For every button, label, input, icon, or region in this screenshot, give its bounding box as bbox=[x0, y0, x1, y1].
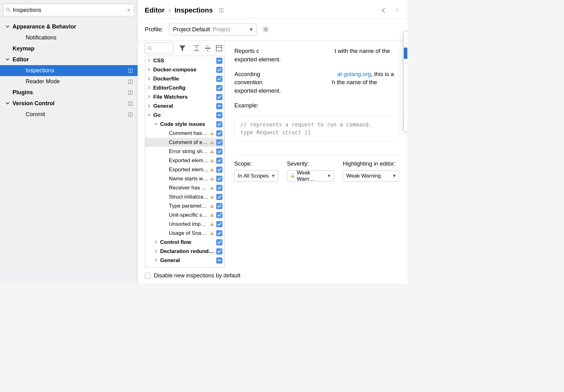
inspection-item[interactable]: General bbox=[145, 101, 224, 111]
inspection-item[interactable]: Receiver has a generic name bbox=[145, 183, 224, 192]
inspection-label: Usage of Snake_Case bbox=[169, 230, 209, 236]
inspection-item[interactable]: CSS bbox=[145, 56, 224, 65]
inspection-checkbox[interactable] bbox=[216, 239, 222, 245]
chevron-right-icon bbox=[148, 95, 151, 99]
severity-select[interactable]: Weak Warn…▾ bbox=[287, 170, 334, 182]
inspection-item[interactable]: EditorConfig bbox=[145, 83, 224, 92]
inspection-item[interactable]: File Watchers bbox=[145, 92, 224, 101]
menu-item-add-description[interactable]: Add Description... bbox=[404, 70, 407, 81]
code-example: // represents a request to run a command… bbox=[234, 116, 399, 142]
sidebar-item-editor[interactable]: Editor bbox=[0, 54, 138, 65]
layout-icon[interactable] bbox=[215, 44, 223, 52]
chevron-down-icon: ▾ bbox=[393, 173, 396, 179]
inspection-checkbox[interactable] bbox=[216, 94, 222, 100]
collapse-all-icon[interactable] bbox=[204, 44, 212, 52]
sidebar-item-label: Editor bbox=[13, 56, 133, 63]
inspection-label: Struct initialization without field name… bbox=[169, 194, 209, 200]
chevron-right-icon bbox=[148, 59, 151, 63]
sidebar-item-keymap[interactable]: Keymap bbox=[0, 43, 138, 54]
inspection-item[interactable]: Comment of exported element starts with … bbox=[145, 138, 224, 147]
scope-select[interactable]: In All Scopes▾ bbox=[234, 170, 278, 182]
warning-icon bbox=[210, 149, 214, 154]
inspection-label: EditorConfig bbox=[153, 85, 216, 91]
sidebar-item-appearance-behavior[interactable]: Appearance & Behavior bbox=[0, 21, 138, 32]
settings-search-input[interactable] bbox=[11, 7, 126, 13]
inspection-checkbox[interactable] bbox=[216, 103, 222, 109]
menu-item-export[interactable]: Export... bbox=[404, 104, 407, 115]
inspection-checkbox[interactable] bbox=[216, 185, 222, 191]
nav-back-icon[interactable] bbox=[380, 7, 387, 14]
inspection-checkbox[interactable] bbox=[216, 257, 222, 264]
sidebar-item-plugins[interactable]: Plugins bbox=[0, 87, 138, 98]
warning-icon bbox=[210, 158, 214, 163]
inspection-checkbox[interactable] bbox=[216, 203, 222, 209]
sidebar-item-inspections[interactable]: Inspections bbox=[0, 65, 138, 76]
inspection-checkbox[interactable] bbox=[216, 194, 222, 200]
filter-icon[interactable] bbox=[179, 44, 186, 52]
gear-icon[interactable] bbox=[262, 26, 269, 33]
inspection-checkbox[interactable] bbox=[216, 230, 222, 236]
golang-link[interactable]: at golang.org bbox=[337, 71, 371, 77]
inspection-checkbox[interactable] bbox=[216, 248, 222, 255]
inspection-item[interactable]: Unit-specific suffix for 'time.Duration' bbox=[145, 210, 224, 219]
sidebar-item-version-control[interactable]: Version Control bbox=[0, 98, 138, 109]
inspection-checkbox[interactable] bbox=[216, 76, 222, 82]
sidebar-item-notifications[interactable]: Notifications bbox=[0, 32, 138, 43]
disable-new-inspections-label: Disable new inspections by default bbox=[154, 272, 240, 279]
expand-all-icon[interactable] bbox=[193, 44, 200, 52]
inspection-item[interactable]: Dockerfile bbox=[145, 74, 224, 83]
inspection-checkbox[interactable] bbox=[216, 176, 222, 182]
inspection-checkbox[interactable] bbox=[216, 212, 222, 218]
inspection-item[interactable]: Go bbox=[145, 111, 224, 120]
profile-name: Project Default bbox=[173, 26, 210, 33]
inspection-checkbox[interactable] bbox=[216, 58, 222, 64]
inspection-checkbox[interactable] bbox=[216, 85, 222, 91]
inspection-item[interactable]: Struct initialization without field name… bbox=[145, 192, 224, 201]
disable-new-inspections-checkbox[interactable] bbox=[145, 273, 151, 279]
chevron-right-icon bbox=[148, 68, 151, 72]
chevron-right-icon bbox=[154, 259, 158, 262]
profile-select[interactable]: Project Default Project ▾ bbox=[169, 23, 257, 35]
inspection-label: Error string should not be capitalized o… bbox=[169, 148, 209, 155]
inspection-checkbox[interactable] bbox=[216, 148, 222, 155]
inspection-item[interactable]: Control flow bbox=[145, 238, 224, 247]
inspection-checkbox[interactable] bbox=[216, 167, 222, 173]
inspection-checkbox[interactable] bbox=[216, 157, 222, 164]
breadcrumb-editor[interactable]: Editor bbox=[145, 6, 165, 14]
warning-icon bbox=[210, 195, 214, 199]
settings-search[interactable]: × bbox=[3, 4, 134, 16]
chevron-down-icon bbox=[6, 25, 10, 29]
highlighting-select[interactable]: Weak Warning▾ bbox=[343, 170, 399, 182]
menu-item-copy-to-ide[interactable]: Copy to IDE... bbox=[404, 34, 407, 45]
inspection-label: Unit-specific suffix for 'time.Duration' bbox=[169, 212, 209, 218]
inspection-item[interactable]: Comment has no leading space bbox=[145, 129, 224, 138]
inspection-item[interactable]: Error string should not be capitalized o… bbox=[145, 147, 224, 156]
inspection-checkbox[interactable] bbox=[216, 67, 222, 73]
inspection-item[interactable]: Type parameter is declared in lowercase bbox=[145, 201, 224, 210]
nav-forward-icon[interactable] bbox=[394, 7, 400, 14]
inspection-item[interactable]: Usage of Snake_Case bbox=[145, 229, 224, 238]
inspection-checkbox[interactable] bbox=[216, 121, 222, 127]
inspection-label: Comment of exported element starts with … bbox=[169, 139, 209, 146]
inspection-item[interactable]: Declaration redundancy bbox=[145, 247, 224, 256]
inspection-item[interactable]: Docker-compose bbox=[145, 65, 224, 74]
menu-item-rename[interactable]: Rename... bbox=[404, 59, 407, 70]
inspection-checkbox[interactable] bbox=[216, 139, 222, 146]
clear-search-icon[interactable]: × bbox=[126, 7, 132, 13]
inspection-item[interactable]: Exported element should have a comment bbox=[145, 156, 224, 165]
menu-item-import-profile[interactable]: Import Profile... bbox=[404, 118, 407, 129]
inspection-checkbox[interactable] bbox=[216, 130, 222, 137]
inspection-item[interactable]: Code style issues bbox=[145, 120, 224, 129]
divider-icon bbox=[128, 101, 133, 106]
inspection-search[interactable] bbox=[145, 43, 174, 54]
sidebar-item-commit[interactable]: Commit bbox=[0, 109, 138, 120]
inspection-item[interactable]: Exported element should have its own dec… bbox=[145, 165, 224, 174]
sidebar-item-reader-mode[interactable]: Reader Mode bbox=[0, 76, 138, 87]
inspection-checkbox[interactable] bbox=[216, 221, 222, 227]
inspection-checkbox[interactable] bbox=[216, 112, 222, 118]
inspection-item[interactable]: General bbox=[145, 256, 224, 265]
inspection-item[interactable]: Name starts with a package name bbox=[145, 174, 224, 183]
chevron-down-icon bbox=[148, 113, 151, 117]
menu-item-duplicate[interactable]: Duplicate... bbox=[404, 48, 407, 59]
inspection-item[interactable]: Unsorted imports bbox=[145, 219, 224, 229]
